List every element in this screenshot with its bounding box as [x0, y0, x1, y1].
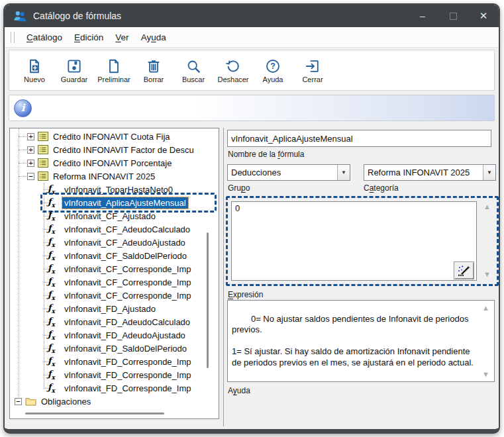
scroll-up-icon[interactable]: ▲ — [482, 305, 489, 311]
expression-annotation-highlight: 0 ▲ ▼ — [226, 196, 499, 286]
formula-name-input[interactable] — [227, 130, 491, 147]
formula-icon: ƒx — [48, 236, 60, 248]
tree-item-label: Crédito INFONAVIT Cuota Fija — [51, 131, 172, 142]
tree-item-label: Crédito INFONAVIT Porcentaje — [51, 158, 174, 169]
tree-item[interactable]: ƒxvInfonavit_CF_Corresponde_Imp — [10, 262, 219, 275]
undo-icon — [225, 58, 242, 75]
tree-item[interactable]: ƒxvInfonavit_CF_AdeudoCalculado — [10, 222, 219, 236]
help-textarea[interactable]: 0= No ajustar saldos pendientes de Infon… — [227, 300, 495, 382]
menu-items: CatálogoEdiciónVerAyuda — [21, 30, 172, 45]
tree-item[interactable]: ƒxvInfonavit_ToparHastaNeto0 — [10, 183, 219, 196]
tree-item[interactable]: ƒxvInfonavit_FD_Corresponde_Imp — [10, 355, 219, 368]
search-icon — [185, 58, 202, 75]
tree-item[interactable]: ƒxvInfonavit_CF_SaldoDelPeriodo — [10, 249, 219, 262]
tree-item[interactable]: ƒxvInfonavit_FD_AdeudoCalculado — [10, 315, 219, 328]
category-label: Categoría — [364, 183, 399, 193]
tree-horizontal-scrollbar[interactable] — [25, 413, 164, 414]
expand-toggle-icon[interactable]: − — [27, 173, 34, 180]
window-title: Catálogo de fórmulas — [33, 11, 121, 21]
save-icon — [66, 58, 83, 75]
nuevo-button[interactable]: Nuevo — [15, 52, 54, 88]
magic-wand-icon — [457, 265, 472, 277]
tree-item[interactable]: ƒxvInfonavit_AplicaAjusteMensual — [10, 196, 219, 209]
toolbar-grip — [11, 32, 15, 43]
expand-toggle-icon[interactable]: − — [15, 398, 22, 405]
toolbar-button-label: Guardar — [61, 75, 87, 83]
tree-connector — [44, 335, 48, 336]
tree-item-label: vInfonavit_FD_SaldoDelPeriodo — [62, 343, 189, 354]
tree-connector — [19, 150, 28, 150]
scroll-up-icon[interactable]: ▲ — [483, 203, 491, 210]
deshacer-button[interactable]: Deshacer — [213, 52, 253, 88]
tree-item-label: vInfonavit_ToparHastaNeto0 — [62, 184, 175, 195]
tree-connector — [19, 176, 28, 177]
preliminar-button[interactable]: Preliminar — [94, 52, 134, 88]
expand-toggle-icon[interactable]: + — [27, 133, 34, 140]
chevron-down-icon[interactable]: ▼ — [483, 165, 495, 180]
chevron-down-icon[interactable]: ▼ — [337, 165, 350, 180]
exit-icon — [304, 58, 321, 75]
guardar-button[interactable]: Guardar — [54, 52, 94, 88]
ayuda-button[interactable]: ?Ayuda — [253, 52, 293, 88]
group-select[interactable]: Deducciones ▼ — [227, 164, 350, 181]
tree-item[interactable]: ƒxvInfonavit_FD_SaldoDelPeriodo — [10, 342, 219, 355]
formula-wizard-button[interactable] — [454, 262, 474, 279]
tree-item[interactable]: ƒxvInfonavit_CF_Ajustado — [10, 209, 219, 222]
tree-item-label: vInfonavit_FD_Ajustado — [62, 303, 158, 315]
tree-item[interactable]: −Obligaciones — [10, 395, 219, 408]
minimize-button[interactable]: – — [407, 5, 438, 27]
category-value: Reforma INFONAVIT 2025 — [368, 168, 483, 177]
category-select[interactable]: Reforma INFONAVIT 2025 ▼ — [364, 164, 496, 181]
formula-icon: ƒx — [48, 289, 60, 301]
formula-icon: ƒx — [48, 263, 60, 275]
caption-buttons: – ✕ — [407, 5, 499, 27]
buscar-button[interactable]: Buscar — [174, 52, 213, 88]
tree-connector — [44, 362, 48, 362]
formula-icon: ƒx — [48, 197, 60, 209]
scroll-down-icon[interactable]: ▼ — [483, 271, 491, 277]
formula-icon: ƒx — [48, 369, 60, 381]
menu-item-ayuda[interactable]: Ayuda — [135, 30, 172, 45]
main-content: +Crédito INFONAVIT Cuota Fija+Crédito IN… — [5, 128, 499, 429]
tree-item[interactable]: ƒxvInfonavit_FD_Corresponde_Imp — [10, 368, 219, 381]
maximize-button[interactable] — [438, 5, 468, 27]
toolbar-button-label: Cerrar — [302, 75, 323, 83]
tree-item[interactable]: +Crédito INFONAVIT Cuota Fija — [10, 130, 219, 143]
expression-textarea[interactable]: 0 — [231, 201, 477, 281]
tree-item[interactable]: ƒxvInfonavit_FD_Ajustado — [10, 302, 219, 315]
screenshot-stage: Catálogo de fórmulas – ✕ CatálogoEdición… — [0, 0, 504, 437]
tree-item[interactable]: +Crédito INFONAVIT Porcentaje — [10, 156, 219, 170]
tree-connector — [44, 256, 48, 256]
expand-toggle-icon[interactable]: + — [27, 146, 34, 154]
group-label: Grupo — [228, 183, 250, 193]
tree-connector — [19, 163, 28, 164]
tree-item[interactable]: ƒxvInfonavit_CF_AdeudoAjustado — [10, 236, 219, 249]
tree-item-label: vInfonavit_CF_AdeudoAjustado — [62, 237, 187, 248]
menu-item-catalogo[interactable]: Catálogo — [21, 30, 68, 45]
infobar-container: i — [5, 92, 499, 123]
menu-item-edicion[interactable]: Edición — [68, 30, 109, 45]
tree-connector — [44, 375, 48, 375]
cerrar-button[interactable]: Cerrar — [293, 52, 332, 88]
toolbar: NuevoGuardarPreliminarBorrarBuscarDeshac… — [9, 50, 495, 91]
tree-item[interactable]: ƒxvInfonavit_CF_Corresponde_Imp — [10, 275, 219, 289]
scroll-down-icon[interactable]: ▼ — [482, 371, 489, 377]
tree-item[interactable]: ƒxvInfonavit_CF_Corresponde_Imp — [10, 289, 219, 302]
group-value: Deducciones — [231, 168, 337, 177]
borrar-button[interactable]: Borrar — [134, 52, 174, 88]
tree-connector — [19, 136, 28, 137]
formula-icon: ƒx — [48, 329, 60, 341]
svg-text:?: ? — [270, 62, 276, 71]
tree-connector — [44, 269, 48, 269]
tree-item[interactable]: +Crédito INFONAVIT Factor de Descu — [10, 143, 219, 156]
trash-icon — [145, 58, 162, 75]
tree-item[interactable]: ƒxvInfonavit_FD_AdeudoAjustado — [10, 328, 219, 342]
tree-item-label: vInfonavit_CF_Ajustado — [62, 211, 158, 222]
tree-item[interactable]: ƒxvInfonavit_FD_Corresponde_Imp — [10, 381, 219, 395]
expand-toggle-icon[interactable]: + — [27, 160, 34, 167]
formula-icon: ƒx — [48, 316, 60, 328]
menu-item-ver[interactable]: Ver — [109, 30, 134, 45]
tree-item[interactable]: −Reforma INFONAVIT 2025 — [10, 170, 219, 183]
title-bar: Catálogo de fórmulas – ✕ — [5, 5, 499, 27]
close-button[interactable]: ✕ — [468, 5, 499, 27]
